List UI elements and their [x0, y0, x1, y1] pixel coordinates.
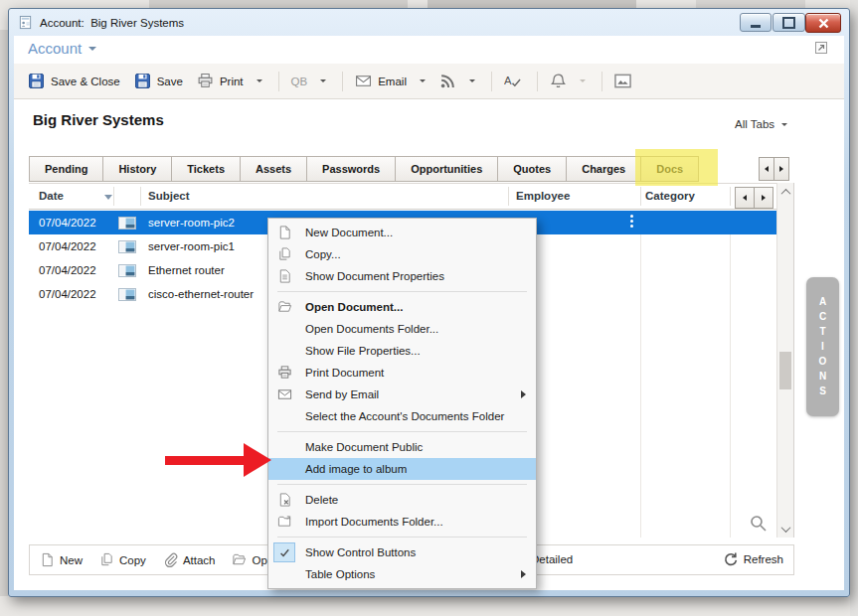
- delete-icon: [277, 493, 292, 508]
- image-thumb-icon: [118, 217, 148, 230]
- menu-item-copy[interactable]: Copy...: [268, 243, 536, 265]
- page-title: Big River Systems: [33, 111, 164, 128]
- detailed-label[interactable]: Detailed: [531, 553, 573, 565]
- attach-button[interactable]: Attach: [163, 552, 216, 567]
- cell-subject: server-room-pic2: [148, 217, 235, 229]
- refresh-button[interactable]: Refresh: [723, 551, 783, 567]
- toolbar-separator: [601, 72, 602, 91]
- toolbar-button-spellcheck-icon[interactable]: A: [504, 73, 521, 89]
- tab-quotes[interactable]: Quotes: [497, 156, 567, 182]
- new-button[interactable]: New: [40, 552, 83, 567]
- docs-table-header: Date Subject Employee Category: [29, 183, 776, 210]
- toolbar-button-label: Print: [220, 76, 244, 87]
- column-header-employee[interactable]: Employee: [516, 190, 570, 202]
- cell-date: 07/04/2022: [29, 288, 118, 300]
- column-header-category[interactable]: Category: [645, 190, 695, 202]
- tab-pending[interactable]: Pending: [29, 156, 103, 182]
- printer-icon: [277, 366, 292, 381]
- actions-tab-letter: N: [819, 372, 826, 382]
- menu-item-print-document[interactable]: Print Document: [268, 362, 536, 384]
- scroll-down-button[interactable]: [777, 521, 793, 537]
- tab-history[interactable]: History: [102, 156, 172, 182]
- menu-item-select-the-account-s-documents-folder[interactable]: Select the Account's Documents Folder: [268, 405, 536, 427]
- restore-button[interactable]: [772, 13, 805, 32]
- menu-item-import-documents-folder[interactable]: Import Documents Folder...: [268, 511, 536, 533]
- tab-charges[interactable]: Charges: [566, 156, 641, 182]
- tab-label: History: [118, 163, 156, 175]
- menu-item-show-document-properties[interactable]: Show Document Properties: [268, 265, 536, 287]
- toolbar: Save & CloseSavePrintQBEmailA: [14, 64, 844, 99]
- spellcheck-icon: A: [504, 73, 521, 89]
- column-separator: [113, 187, 114, 206]
- tab-passwords[interactable]: Passwords: [306, 156, 396, 182]
- menu-item-table-options[interactable]: Table Options: [268, 563, 536, 585]
- column-header-subject[interactable]: Subject: [148, 190, 190, 202]
- cell-subject: cisco-ethernet-router: [148, 288, 254, 300]
- menu-item-label: Table Options: [305, 568, 375, 580]
- toolbar-button-save[interactable]: Save: [134, 73, 183, 89]
- background-window-fragment: [0, 30, 8, 596]
- menu-item-open-documents-folder[interactable]: Open Documents Folder...: [268, 318, 536, 340]
- menu-item-open-document[interactable]: Open Document...: [268, 296, 536, 318]
- tab-label: Assets: [256, 163, 291, 175]
- toolbar-button-label: QB: [291, 76, 308, 87]
- copy-button[interactable]: Copy: [99, 552, 146, 567]
- toolbar-button-bell-icon[interactable]: [550, 73, 586, 89]
- actions-side-tab[interactable]: ACTIONS: [806, 277, 839, 416]
- toolbar-button-email[interactable]: Email: [355, 73, 426, 89]
- background-window-fragment: [850, 0, 858, 616]
- minimize-icon: [751, 25, 761, 28]
- toolbar-button-image-icon[interactable]: [614, 73, 631, 89]
- tab-scroll-right-button[interactable]: [773, 157, 789, 181]
- cell-subject: server-room-pic1: [148, 240, 235, 252]
- row-options-icon[interactable]: [630, 215, 633, 228]
- menu-item-new-document[interactable]: New Document...: [268, 222, 536, 243]
- toolbar-button-save-close[interactable]: Save & Close: [28, 73, 120, 89]
- toolbar-button-qb[interactable]: QB: [291, 76, 327, 87]
- sort-descending-icon[interactable]: [104, 195, 112, 200]
- menu-item-add-image-to-album[interactable]: Add image to album: [268, 458, 536, 480]
- column-scroll-right-button[interactable]: [754, 187, 773, 209]
- menu-item-show-file-properties[interactable]: Show File Properties...: [268, 340, 536, 362]
- scroll-up-button[interactable]: [777, 184, 793, 200]
- toolbar-button-label: Email: [378, 76, 407, 87]
- minimize-button[interactable]: [740, 13, 772, 32]
- toolbar-separator: [491, 72, 492, 91]
- column-scroll-left-button[interactable]: [735, 187, 755, 209]
- tab-assets[interactable]: Assets: [240, 156, 307, 182]
- menu-item-make-document-public[interactable]: Make Document Public: [268, 436, 536, 458]
- tab-opportunities[interactable]: Opportunities: [395, 156, 498, 182]
- account-menu[interactable]: Account: [28, 40, 96, 57]
- cell-date: 07/04/2022: [29, 240, 118, 252]
- tabs-row: PendingHistoryTicketsAssetsPasswordsOppo…: [29, 156, 699, 182]
- chevron-down-icon: [780, 523, 790, 533]
- menu-item-label: Import Documents Folder...: [305, 516, 443, 528]
- close-button[interactable]: [805, 13, 841, 33]
- actions-tab-letter: C: [819, 312, 826, 322]
- menu-item-delete[interactable]: Delete: [268, 489, 536, 511]
- toolbar-button-rss-icon[interactable]: [439, 73, 475, 89]
- menu-item-send-by-email[interactable]: Send by Email: [268, 384, 536, 405]
- window-titlebar[interactable]: Account: Big River Systems: [9, 9, 849, 36]
- menu-item-label: Open Document...: [305, 301, 403, 313]
- chevron-down-icon: [420, 79, 426, 82]
- tab-label: Quotes: [513, 163, 551, 175]
- toolbar-button-print[interactable]: Print: [197, 73, 262, 89]
- all-tabs-dropdown[interactable]: All Tabs: [735, 118, 787, 130]
- search-icon[interactable]: [749, 514, 769, 534]
- open-folder-icon: [232, 552, 247, 567]
- image-thumb-icon: [118, 288, 148, 301]
- column-separator: [730, 187, 731, 206]
- actions-tab-letter: I: [821, 342, 824, 352]
- column-header-date[interactable]: Date: [39, 190, 64, 202]
- menu-item-label: Delete: [305, 494, 338, 506]
- tab-scroll-left-button[interactable]: [759, 157, 774, 181]
- vertical-scrollbar[interactable]: [776, 183, 794, 538]
- popout-icon[interactable]: [813, 40, 829, 56]
- menu-item-label: Print Document: [305, 367, 384, 379]
- scrollbar-thumb[interactable]: [779, 352, 791, 389]
- tab-tickets[interactable]: Tickets: [171, 156, 241, 182]
- tab-docs[interactable]: Docs: [640, 156, 699, 182]
- printer-icon: [197, 73, 214, 89]
- menu-item-show-control-buttons[interactable]: Show Control Buttons: [268, 541, 536, 563]
